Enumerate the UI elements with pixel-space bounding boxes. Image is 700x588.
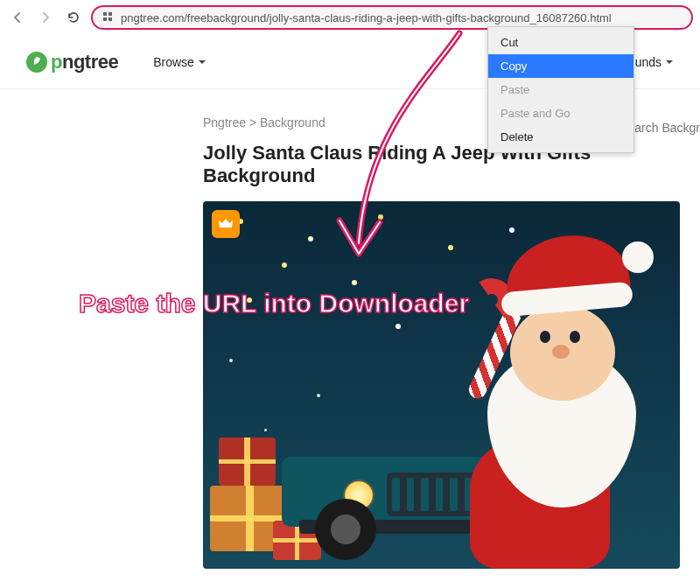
svg-rect-2	[103, 18, 107, 21]
chevron-down-icon	[198, 58, 206, 66]
context-cut[interactable]: Cut	[488, 31, 634, 54]
gift-box	[219, 438, 276, 486]
main-content: Pngtree > Background Jolly Santa Claus R…	[0, 89, 700, 569]
browse-label: Browse	[153, 55, 194, 69]
context-delete[interactable]: Delete	[488, 125, 634, 149]
back-button[interactable]	[7, 7, 28, 28]
browse-menu[interactable]: Browse	[153, 55, 206, 69]
reload-icon	[66, 10, 80, 24]
logo-text: pngtree	[51, 51, 118, 74]
santa-claus	[382, 236, 662, 569]
forward-button[interactable]	[35, 7, 56, 28]
svg-rect-3	[108, 18, 112, 21]
context-paste: Paste	[488, 78, 634, 102]
context-copy[interactable]: Copy	[488, 54, 634, 78]
reload-button[interactable]	[63, 7, 84, 28]
svg-rect-0	[103, 12, 107, 16]
context-paste-and-go: Paste and Go	[488, 102, 634, 125]
url-text: pngtree.com/freebackground/jolly-santa-c…	[121, 11, 612, 24]
arrow-right-icon	[38, 10, 52, 24]
preview-image[interactable]	[203, 201, 680, 569]
leaf-icon	[26, 52, 47, 73]
site-info-icon[interactable]	[102, 10, 114, 25]
logo[interactable]: pngtree	[26, 51, 118, 74]
context-menu: Cut Copy Paste Paste and Go Delete	[487, 26, 634, 153]
crown-icon	[218, 216, 234, 232]
chevron-down-icon	[665, 58, 674, 66]
arrow-left-icon	[10, 10, 24, 24]
svg-rect-1	[108, 12, 112, 16]
search-placeholder-fragment: earch Backgr	[628, 121, 700, 135]
premium-badge	[212, 210, 240, 238]
